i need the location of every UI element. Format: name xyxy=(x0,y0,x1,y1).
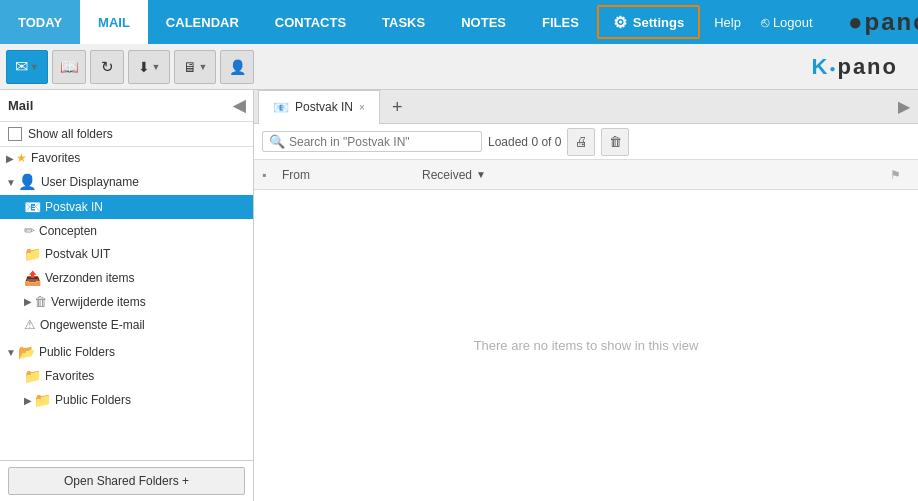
address-book-button[interactable]: 📖 xyxy=(52,50,86,84)
new-mail-button[interactable]: ✉ ▼ xyxy=(6,50,48,84)
sidebar-item-postvak-in[interactable]: 📧 Postvak IN xyxy=(0,195,253,219)
sidebar-item-concepten[interactable]: ✏ Concepten xyxy=(0,219,253,242)
sidebar-footer: Open Shared Folders + xyxy=(0,460,253,501)
sidebar-item-verzonden[interactable]: 📤 Verzonden items xyxy=(0,266,253,290)
header-flag-icon: ▪ xyxy=(262,168,266,182)
sent-folder-icon: 📤 xyxy=(24,270,41,286)
sidebar-item-public-favorites[interactable]: 📁 Favorites xyxy=(0,364,253,388)
sort-icon: ▼ xyxy=(476,169,486,180)
loaded-text: Loaded 0 of 0 xyxy=(488,135,561,149)
public-folder-icon: 📂 xyxy=(18,344,35,360)
settings-button[interactable]: ⚙ Settings xyxy=(597,5,700,39)
sidebar-item-favorites[interactable]: ▶ ★ Favorites xyxy=(0,147,253,169)
download-icon: ⬇ xyxy=(138,59,150,75)
folder-in-icon: 📧 xyxy=(24,199,41,215)
sidebar-item-public-root[interactable]: ▼ 📂 Public Folders xyxy=(0,340,253,364)
from-label: From xyxy=(282,168,310,182)
spam-icon: ⚠ xyxy=(24,317,36,332)
show-folders-checkbox[interactable] xyxy=(8,127,22,141)
public-folders-root-label: Public Folders xyxy=(39,345,115,359)
help-button[interactable]: Help xyxy=(704,0,751,44)
nav-files[interactable]: FILES xyxy=(524,0,597,44)
tab-postvak-in[interactable]: 📧 Postvak IN × xyxy=(258,90,380,124)
sidebar-item-public-folders[interactable]: ▶ 📁 Public Folders xyxy=(0,388,253,412)
postvak-uit-label: Postvak UIT xyxy=(45,247,110,261)
print-icon: 🖨 xyxy=(575,134,588,149)
kopano-logo: K●pano xyxy=(829,8,918,36)
monitor-icon: 🖥 xyxy=(183,59,197,75)
expand-icon[interactable]: ▶ xyxy=(6,153,14,164)
contacts-button[interactable]: 👤 xyxy=(220,50,254,84)
header-check: ▪ xyxy=(262,168,282,182)
public-folders-icon: 📁 xyxy=(34,392,51,408)
top-nav: TODAY MAIL CALENDAR CONTACTS TASKS NOTES… xyxy=(0,0,918,44)
favorites-label: Favorites xyxy=(31,151,80,165)
header-received[interactable]: Received ▼ xyxy=(422,168,562,182)
public-folders-expand-icon[interactable]: ▶ xyxy=(24,395,32,406)
content-tabs: 📧 Postvak IN × + ▶ xyxy=(254,90,918,124)
new-mail-dropdown-icon[interactable]: ▼ xyxy=(30,62,39,72)
logout-icon: ⎋ xyxy=(761,14,769,30)
nav-calendar[interactable]: CALENDAR xyxy=(148,0,257,44)
sidebar-item-postvak-uit[interactable]: 📁 Postvak UIT xyxy=(0,242,253,266)
kopano-logo-toolbar: K●pano xyxy=(812,54,913,80)
sidebar-item-verwijderde[interactable]: ▶ 🗑 Verwijderde items xyxy=(0,290,253,313)
search-input[interactable] xyxy=(289,135,449,149)
download-dropdown-icon[interactable]: ▼ xyxy=(152,62,161,72)
folder-out-icon: 📁 xyxy=(24,246,41,262)
gear-icon: ⚙ xyxy=(613,13,627,32)
contacts-icon: 👤 xyxy=(229,59,246,75)
nav-mail[interactable]: MAIL xyxy=(80,0,148,44)
add-tab-button[interactable]: + xyxy=(382,90,413,124)
header-flag: ⚑ xyxy=(890,168,910,182)
tab-label: Postvak IN xyxy=(295,100,353,114)
concepten-label: Concepten xyxy=(39,224,97,238)
refresh-button[interactable]: ↻ xyxy=(90,50,124,84)
nav-tasks[interactable]: TASKS xyxy=(364,0,443,44)
tab-close-button[interactable]: × xyxy=(359,102,365,113)
user-expand-icon[interactable]: ▼ xyxy=(6,177,16,188)
main-toolbar: ✉ ▼ 📖 ↻ ⬇ ▼ 🖥 ▼ 👤 K●pano xyxy=(0,44,918,90)
nav-today[interactable]: TODAY xyxy=(0,0,80,44)
print-button[interactable]: 🖨 xyxy=(567,128,595,156)
monitor-button[interactable]: 🖥 ▼ xyxy=(174,50,216,84)
settings-label: Settings xyxy=(633,15,684,30)
trash-expand-icon[interactable]: ▶ xyxy=(24,296,32,307)
main-area: Mail ◀ Show all folders ▶ ★ Favorites ▼ … xyxy=(0,90,918,501)
show-all-folders-label: Show all folders xyxy=(28,127,113,141)
header-from[interactable]: From xyxy=(282,168,422,182)
help-label: Help xyxy=(714,15,741,30)
delete-button[interactable]: 🗑 xyxy=(601,128,629,156)
delete-icon: 🗑 xyxy=(609,134,622,149)
refresh-icon: ↻ xyxy=(101,58,114,76)
sidebar-collapse-button[interactable]: ◀ xyxy=(233,96,245,115)
search-box: 🔍 xyxy=(262,131,482,152)
trash-icon: 🗑 xyxy=(34,294,47,309)
mail-list-body: There are no items to show in this view xyxy=(254,190,918,501)
sidebar-item-user[interactable]: ▼ 👤 User Displayname xyxy=(0,169,253,195)
download-button[interactable]: ⬇ ▼ xyxy=(128,50,170,84)
logout-button[interactable]: ⎋ Logout xyxy=(751,0,823,44)
book-icon: 📖 xyxy=(60,58,79,76)
sidebar-title: Mail xyxy=(8,98,33,113)
tab-area-collapse[interactable]: ▶ xyxy=(890,97,918,116)
nav-notes[interactable]: NOTES xyxy=(443,0,524,44)
ongewenste-label: Ongewenste E-mail xyxy=(40,318,145,332)
empty-message: There are no items to show in this view xyxy=(474,338,699,353)
public-expand-icon[interactable]: ▼ xyxy=(6,347,16,358)
logout-label: Logout xyxy=(773,15,813,30)
open-shared-folders-button[interactable]: Open Shared Folders + xyxy=(8,467,245,495)
monitor-dropdown-icon[interactable]: ▼ xyxy=(199,62,208,72)
nav-contacts[interactable]: CONTACTS xyxy=(257,0,364,44)
received-label: Received xyxy=(422,168,472,182)
list-header: ▪ From Received ▼ ⚑ xyxy=(254,160,918,190)
sidebar: Mail ◀ Show all folders ▶ ★ Favorites ▼ … xyxy=(0,90,254,501)
tab-folder-icon: 📧 xyxy=(273,100,289,115)
user-displayname: User Displayname xyxy=(41,175,139,189)
verwijderde-label: Verwijderde items xyxy=(51,295,146,309)
star-icon: ★ xyxy=(16,151,27,165)
sidebar-item-ongewenste[interactable]: ⚠ Ongewenste E-mail xyxy=(0,313,253,336)
sidebar-scroll: ▶ ★ Favorites ▼ 👤 User Displayname 📧 Pos… xyxy=(0,147,253,460)
sidebar-header: Mail ◀ xyxy=(0,90,253,122)
show-all-folders-row[interactable]: Show all folders xyxy=(0,122,253,147)
